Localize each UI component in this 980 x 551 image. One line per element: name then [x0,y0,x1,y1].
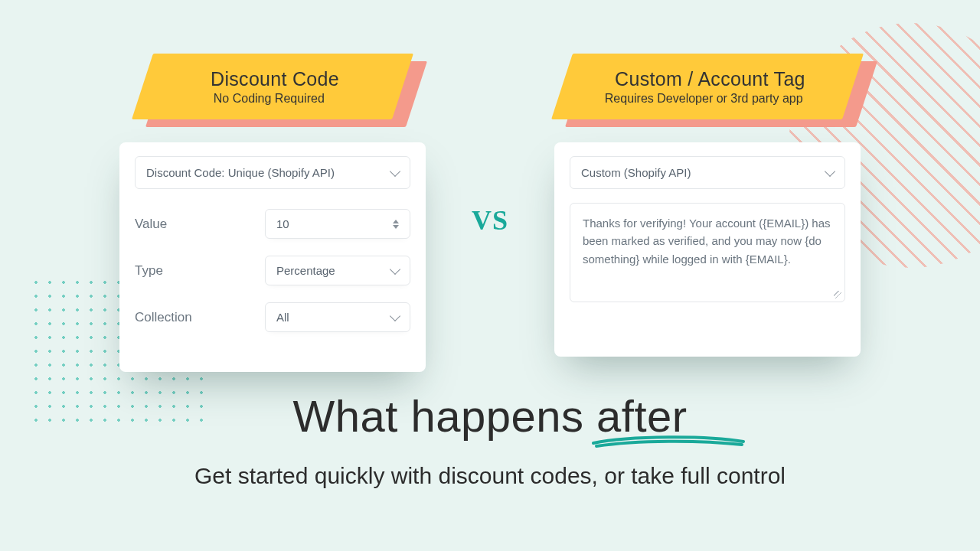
chevron-down-icon [825,165,835,176]
discount-code-type-select[interactable]: Discount Code: Unique (Shopify API) [135,156,410,189]
right-column: Custom / Account Tag Requires Developer … [554,54,861,357]
select-value: Custom (Shopify API) [581,166,691,179]
headline-plain: What happens [292,391,596,441]
comparison-row: Discount Code No Coding Required Discoun… [0,54,980,372]
number-stepper-icon[interactable] [393,220,399,229]
select-value: Discount Code: Unique (Shopify API) [146,166,335,179]
subhead: Get started quickly with discount codes,… [0,463,980,489]
value-input[interactable]: 10 [265,209,410,239]
right-banner-sub: Requires Developer or 3rd party app [605,92,803,106]
type-select-value: Percentage [276,264,335,277]
chevron-down-icon [390,165,400,176]
type-label: Type [135,263,265,279]
value-label: Value [135,217,265,232]
left-banner: Discount Code No Coding Required [142,54,403,119]
right-card: Custom (Shopify API) Thanks for verifyin… [554,142,861,357]
collection-select[interactable]: All [265,302,410,332]
collection-label: Collection [135,310,265,325]
chevron-down-icon [390,310,400,321]
collection-select-value: All [276,311,289,324]
left-column: Discount Code No Coding Required Discoun… [119,54,426,372]
underline-scribble-icon [592,432,745,449]
headline-block: What happens after Get started quickly w… [0,390,980,489]
custom-type-select[interactable]: Custom (Shopify API) [570,156,845,189]
right-banner-title: Custom / Account Tag [615,68,805,90]
chevron-down-icon [390,263,400,274]
vs-label: VS [472,204,508,236]
type-select[interactable]: Percentage [265,256,410,285]
message-textarea[interactable]: Thanks for verifying! Your account ({EMA… [570,203,845,302]
value-input-text: 10 [276,217,289,230]
headline: What happens after [0,390,980,442]
left-banner-sub: No Coding Required [213,92,324,106]
right-banner: Custom / Account Tag Requires Developer … [562,54,853,119]
left-card: Discount Code: Unique (Shopify API) Valu… [119,142,426,372]
left-banner-title: Discount Code [211,68,339,90]
